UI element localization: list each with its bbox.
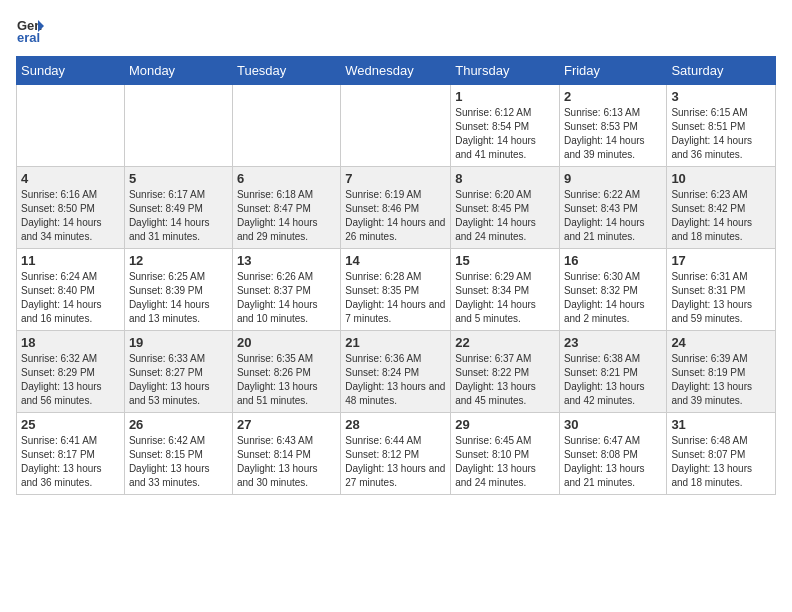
day-info: Sunrise: 6:41 AM Sunset: 8:17 PM Dayligh… xyxy=(21,434,120,490)
calendar-cell xyxy=(341,85,451,167)
day-number: 8 xyxy=(455,171,555,186)
day-of-week-tuesday: Tuesday xyxy=(232,57,340,85)
calendar-cell xyxy=(232,85,340,167)
day-info: Sunrise: 6:35 AM Sunset: 8:26 PM Dayligh… xyxy=(237,352,336,408)
day-info: Sunrise: 6:15 AM Sunset: 8:51 PM Dayligh… xyxy=(671,106,771,162)
day-number: 22 xyxy=(455,335,555,350)
day-info: Sunrise: 6:18 AM Sunset: 8:47 PM Dayligh… xyxy=(237,188,336,244)
day-number: 15 xyxy=(455,253,555,268)
calendar-cell: 26Sunrise: 6:42 AM Sunset: 8:15 PM Dayli… xyxy=(124,413,232,495)
calendar-cell: 9Sunrise: 6:22 AM Sunset: 8:43 PM Daylig… xyxy=(559,167,666,249)
day-number: 9 xyxy=(564,171,662,186)
calendar-cell: 19Sunrise: 6:33 AM Sunset: 8:27 PM Dayli… xyxy=(124,331,232,413)
day-info: Sunrise: 6:24 AM Sunset: 8:40 PM Dayligh… xyxy=(21,270,120,326)
calendar-cell: 22Sunrise: 6:37 AM Sunset: 8:22 PM Dayli… xyxy=(451,331,560,413)
logo: Gen eral xyxy=(16,16,48,44)
day-info: Sunrise: 6:44 AM Sunset: 8:12 PM Dayligh… xyxy=(345,434,446,490)
day-info: Sunrise: 6:26 AM Sunset: 8:37 PM Dayligh… xyxy=(237,270,336,326)
calendar-week-row: 18Sunrise: 6:32 AM Sunset: 8:29 PM Dayli… xyxy=(17,331,776,413)
day-info: Sunrise: 6:43 AM Sunset: 8:14 PM Dayligh… xyxy=(237,434,336,490)
calendar-cell: 24Sunrise: 6:39 AM Sunset: 8:19 PM Dayli… xyxy=(667,331,776,413)
day-number: 13 xyxy=(237,253,336,268)
day-number: 17 xyxy=(671,253,771,268)
day-of-week-sunday: Sunday xyxy=(17,57,125,85)
day-info: Sunrise: 6:12 AM Sunset: 8:54 PM Dayligh… xyxy=(455,106,555,162)
logo-icon: Gen eral xyxy=(16,16,44,44)
day-number: 24 xyxy=(671,335,771,350)
calendar-cell: 15Sunrise: 6:29 AM Sunset: 8:34 PM Dayli… xyxy=(451,249,560,331)
day-number: 1 xyxy=(455,89,555,104)
day-number: 18 xyxy=(21,335,120,350)
day-number: 26 xyxy=(129,417,228,432)
calendar-cell: 30Sunrise: 6:47 AM Sunset: 8:08 PM Dayli… xyxy=(559,413,666,495)
calendar-cell: 21Sunrise: 6:36 AM Sunset: 8:24 PM Dayli… xyxy=(341,331,451,413)
day-number: 16 xyxy=(564,253,662,268)
calendar-cell: 23Sunrise: 6:38 AM Sunset: 8:21 PM Dayli… xyxy=(559,331,666,413)
day-info: Sunrise: 6:20 AM Sunset: 8:45 PM Dayligh… xyxy=(455,188,555,244)
day-info: Sunrise: 6:25 AM Sunset: 8:39 PM Dayligh… xyxy=(129,270,228,326)
day-of-week-friday: Friday xyxy=(559,57,666,85)
calendar-week-row: 11Sunrise: 6:24 AM Sunset: 8:40 PM Dayli… xyxy=(17,249,776,331)
day-number: 29 xyxy=(455,417,555,432)
day-number: 25 xyxy=(21,417,120,432)
day-info: Sunrise: 6:48 AM Sunset: 8:07 PM Dayligh… xyxy=(671,434,771,490)
calendar-cell: 20Sunrise: 6:35 AM Sunset: 8:26 PM Dayli… xyxy=(232,331,340,413)
calendar-cell: 2Sunrise: 6:13 AM Sunset: 8:53 PM Daylig… xyxy=(559,85,666,167)
calendar-cell: 7Sunrise: 6:19 AM Sunset: 8:46 PM Daylig… xyxy=(341,167,451,249)
day-number: 19 xyxy=(129,335,228,350)
day-number: 10 xyxy=(671,171,771,186)
day-of-week-monday: Monday xyxy=(124,57,232,85)
calendar-cell: 11Sunrise: 6:24 AM Sunset: 8:40 PM Dayli… xyxy=(17,249,125,331)
day-info: Sunrise: 6:28 AM Sunset: 8:35 PM Dayligh… xyxy=(345,270,446,326)
calendar-cell: 5Sunrise: 6:17 AM Sunset: 8:49 PM Daylig… xyxy=(124,167,232,249)
day-info: Sunrise: 6:47 AM Sunset: 8:08 PM Dayligh… xyxy=(564,434,662,490)
day-info: Sunrise: 6:19 AM Sunset: 8:46 PM Dayligh… xyxy=(345,188,446,244)
day-info: Sunrise: 6:30 AM Sunset: 8:32 PM Dayligh… xyxy=(564,270,662,326)
day-number: 14 xyxy=(345,253,446,268)
calendar-cell: 6Sunrise: 6:18 AM Sunset: 8:47 PM Daylig… xyxy=(232,167,340,249)
calendar-cell xyxy=(17,85,125,167)
calendar-table: SundayMondayTuesdayWednesdayThursdayFrid… xyxy=(16,56,776,495)
day-info: Sunrise: 6:17 AM Sunset: 8:49 PM Dayligh… xyxy=(129,188,228,244)
day-of-week-wednesday: Wednesday xyxy=(341,57,451,85)
day-number: 7 xyxy=(345,171,446,186)
calendar-cell: 25Sunrise: 6:41 AM Sunset: 8:17 PM Dayli… xyxy=(17,413,125,495)
day-number: 27 xyxy=(237,417,336,432)
calendar-cell: 10Sunrise: 6:23 AM Sunset: 8:42 PM Dayli… xyxy=(667,167,776,249)
day-info: Sunrise: 6:13 AM Sunset: 8:53 PM Dayligh… xyxy=(564,106,662,162)
day-number: 31 xyxy=(671,417,771,432)
calendar-cell: 17Sunrise: 6:31 AM Sunset: 8:31 PM Dayli… xyxy=(667,249,776,331)
day-number: 6 xyxy=(237,171,336,186)
day-of-week-saturday: Saturday xyxy=(667,57,776,85)
calendar-cell: 29Sunrise: 6:45 AM Sunset: 8:10 PM Dayli… xyxy=(451,413,560,495)
day-info: Sunrise: 6:39 AM Sunset: 8:19 PM Dayligh… xyxy=(671,352,771,408)
calendar-cell: 1Sunrise: 6:12 AM Sunset: 8:54 PM Daylig… xyxy=(451,85,560,167)
day-number: 30 xyxy=(564,417,662,432)
calendar-cell: 14Sunrise: 6:28 AM Sunset: 8:35 PM Dayli… xyxy=(341,249,451,331)
day-info: Sunrise: 6:38 AM Sunset: 8:21 PM Dayligh… xyxy=(564,352,662,408)
day-number: 2 xyxy=(564,89,662,104)
day-info: Sunrise: 6:45 AM Sunset: 8:10 PM Dayligh… xyxy=(455,434,555,490)
day-info: Sunrise: 6:31 AM Sunset: 8:31 PM Dayligh… xyxy=(671,270,771,326)
day-number: 21 xyxy=(345,335,446,350)
day-info: Sunrise: 6:36 AM Sunset: 8:24 PM Dayligh… xyxy=(345,352,446,408)
day-info: Sunrise: 6:23 AM Sunset: 8:42 PM Dayligh… xyxy=(671,188,771,244)
calendar-cell xyxy=(124,85,232,167)
calendar-cell: 16Sunrise: 6:30 AM Sunset: 8:32 PM Dayli… xyxy=(559,249,666,331)
day-info: Sunrise: 6:16 AM Sunset: 8:50 PM Dayligh… xyxy=(21,188,120,244)
day-info: Sunrise: 6:42 AM Sunset: 8:15 PM Dayligh… xyxy=(129,434,228,490)
calendar-cell: 4Sunrise: 6:16 AM Sunset: 8:50 PM Daylig… xyxy=(17,167,125,249)
day-number: 5 xyxy=(129,171,228,186)
calendar-week-row: 1Sunrise: 6:12 AM Sunset: 8:54 PM Daylig… xyxy=(17,85,776,167)
day-number: 12 xyxy=(129,253,228,268)
day-info: Sunrise: 6:32 AM Sunset: 8:29 PM Dayligh… xyxy=(21,352,120,408)
calendar-cell: 8Sunrise: 6:20 AM Sunset: 8:45 PM Daylig… xyxy=(451,167,560,249)
calendar-header-row: SundayMondayTuesdayWednesdayThursdayFrid… xyxy=(17,57,776,85)
header: Gen eral xyxy=(16,16,776,44)
calendar-cell: 18Sunrise: 6:32 AM Sunset: 8:29 PM Dayli… xyxy=(17,331,125,413)
day-number: 11 xyxy=(21,253,120,268)
day-info: Sunrise: 6:37 AM Sunset: 8:22 PM Dayligh… xyxy=(455,352,555,408)
day-of-week-thursday: Thursday xyxy=(451,57,560,85)
day-info: Sunrise: 6:29 AM Sunset: 8:34 PM Dayligh… xyxy=(455,270,555,326)
day-info: Sunrise: 6:22 AM Sunset: 8:43 PM Dayligh… xyxy=(564,188,662,244)
